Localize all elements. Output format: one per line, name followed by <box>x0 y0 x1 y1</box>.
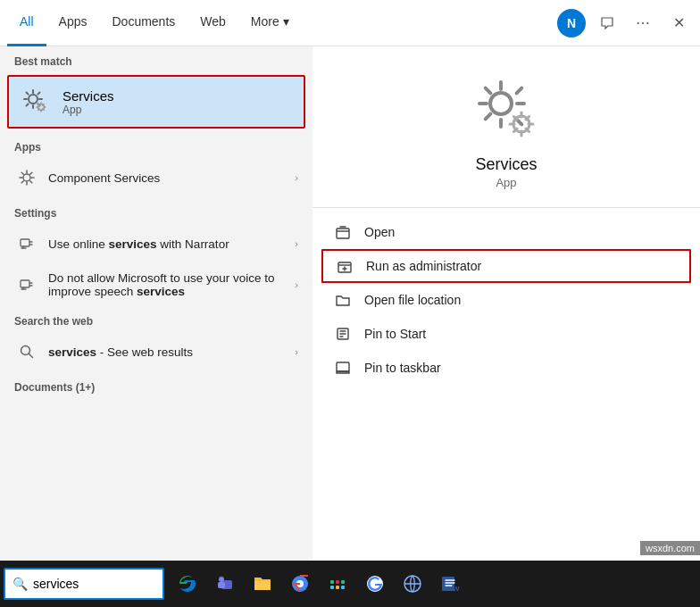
speech-icon <box>14 272 39 297</box>
edge-icon[interactable] <box>170 566 205 602</box>
action-pin-to-start[interactable]: Pin to Start <box>312 317 700 351</box>
list-item-component-services[interactable]: Component Services › <box>4 158 309 197</box>
app-title: Services <box>475 155 537 174</box>
tab-more[interactable]: More <box>238 0 302 46</box>
narrator-icon <box>14 231 39 256</box>
svg-point-0 <box>29 95 38 104</box>
taskbar-search-box[interactable]: 🔍 <box>4 568 164 600</box>
action-open-file-location[interactable]: Open file location <box>312 283 700 317</box>
action-list: Open Run as administrator <box>312 208 700 392</box>
component-services-icon <box>14 165 39 190</box>
app-big-icon <box>471 73 542 145</box>
feedback-icon[interactable] <box>593 9 621 37</box>
top-nav: All Apps Documents Web More N ⋯ ✕ <box>0 0 700 46</box>
svg-point-6 <box>490 93 512 114</box>
tab-apps[interactable]: Apps <box>46 0 100 46</box>
best-match-text: Services App <box>62 88 114 116</box>
narrator-text: Use online services with Narrator <box>48 237 295 251</box>
slack-icon[interactable] <box>320 566 355 602</box>
taskbar: 🔍 <box>0 561 700 607</box>
apps-section-label: Apps <box>0 132 312 157</box>
chevron-right-icon-4: › <box>295 346 298 357</box>
folder-icon <box>334 291 352 309</box>
svg-point-2 <box>23 174 30 181</box>
left-panel: Best match Services App Apps <box>0 46 312 561</box>
svg-point-13 <box>219 577 224 582</box>
app-subtitle: App <box>496 176 516 189</box>
pin-start-icon <box>334 325 352 343</box>
pin-taskbar-icon <box>334 359 352 377</box>
more-options-icon[interactable]: ⋯ <box>629 9 657 37</box>
tab-all[interactable]: All <box>7 0 46 46</box>
right-panel: Services App Open <box>312 46 700 561</box>
word-icon[interactable]: W <box>432 566 468 602</box>
list-item-web-search[interactable]: services - See web results › <box>4 332 309 371</box>
chrome-icon[interactable] <box>282 566 318 602</box>
svg-rect-20 <box>336 580 339 584</box>
svg-rect-22 <box>341 580 345 584</box>
svg-rect-11 <box>337 362 349 371</box>
taskbar-search-icon: 🔍 <box>12 577 28 591</box>
web-section-label: Search the web <box>0 306 312 331</box>
tab-web[interactable]: Web <box>188 0 238 46</box>
best-match-subtitle: App <box>62 104 114 116</box>
user-avatar[interactable]: N <box>557 9 586 37</box>
best-match-label: Best match <box>0 46 312 71</box>
services-app-icon <box>20 86 52 118</box>
teams-icon[interactable] <box>207 566 243 602</box>
svg-text:W: W <box>453 585 460 593</box>
svg-rect-19 <box>336 586 339 589</box>
svg-rect-18 <box>330 580 334 584</box>
admin-icon <box>336 257 354 275</box>
network-icon[interactable] <box>395 566 430 602</box>
google-icon[interactable] <box>357 566 393 602</box>
chevron-right-icon: › <box>295 172 298 183</box>
tab-documents[interactable]: Documents <box>99 0 188 46</box>
search-input[interactable] <box>33 577 155 591</box>
search-web-icon <box>14 339 39 364</box>
svg-rect-4 <box>21 280 29 287</box>
docs-section-label: Documents (1+) <box>0 372 312 397</box>
list-item-narrator[interactable]: Use online services with Narrator › <box>4 224 309 263</box>
chevron-right-icon-3: › <box>295 279 298 290</box>
watermark: wsxdn.com <box>640 541 700 555</box>
action-open[interactable]: Open <box>312 215 700 249</box>
best-match-item[interactable]: Services App <box>7 75 305 129</box>
svg-rect-21 <box>341 586 345 589</box>
close-icon[interactable]: ✕ <box>664 9 693 37</box>
speech-text: Do not allow Microsoft to use your voice… <box>48 271 295 298</box>
open-icon <box>334 223 352 241</box>
action-run-as-admin[interactable]: Run as administrator <box>321 249 691 283</box>
explorer-icon[interactable] <box>245 566 280 602</box>
svg-rect-8 <box>337 229 349 238</box>
chevron-down-icon <box>283 14 289 29</box>
chevron-right-icon-2: › <box>295 238 298 249</box>
component-services-text: Component Services <box>48 171 295 185</box>
action-pin-to-taskbar[interactable]: Pin to taskbar <box>312 351 700 385</box>
svg-rect-3 <box>21 239 29 246</box>
best-match-title: Services <box>62 88 114 104</box>
settings-section-label: Settings <box>0 198 312 223</box>
list-item-speech[interactable]: Do not allow Microsoft to use your voice… <box>4 264 309 305</box>
nav-right-actions: N ⋯ ✕ <box>557 9 693 37</box>
app-preview: Services App <box>312 46 700 208</box>
main-container: Best match Services App Apps <box>0 46 700 561</box>
svg-rect-14 <box>218 582 225 588</box>
svg-rect-17 <box>330 586 334 589</box>
web-search-text: services - See web results <box>48 345 295 359</box>
